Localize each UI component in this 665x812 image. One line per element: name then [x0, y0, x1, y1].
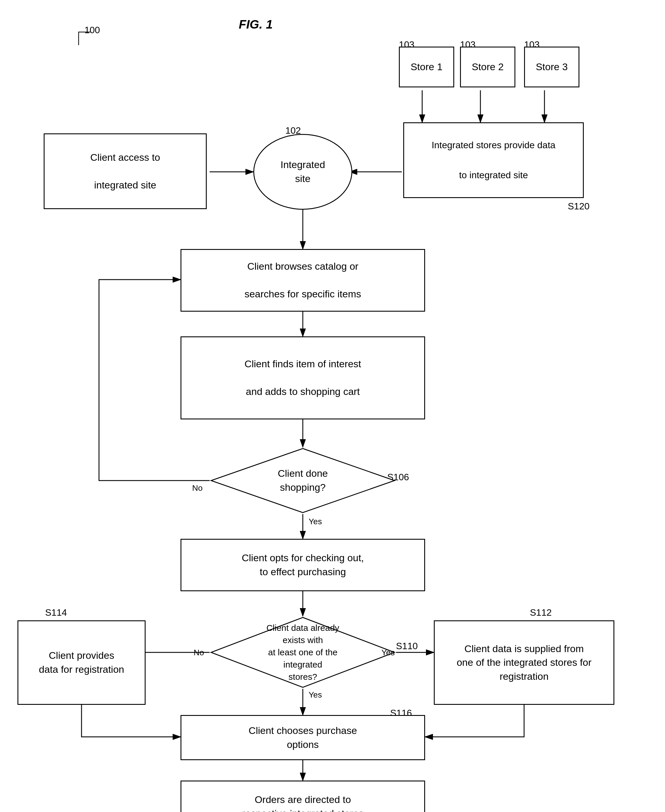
orders-directed-text: Orders are directed torespective integra…	[242, 793, 364, 812]
figure-title: FIG. 1	[239, 18, 273, 31]
browse-box: Client browses catalog orsearches for sp…	[180, 249, 425, 312]
data-exists-diamond: Client data already exists withat least …	[210, 616, 396, 689]
store3-box: Store 3	[524, 47, 580, 87]
stores-provide-text: Integrated stores provide datato integra…	[431, 138, 555, 183]
client-access-text: Client access tointegrated site	[90, 151, 160, 192]
svg-marker-15	[211, 448, 395, 513]
orders-directed-box: Orders are directed torespective integra…	[180, 781, 425, 812]
provides-data-text: Client providesdata for registration	[39, 649, 124, 676]
find-item-text: Client finds item of interestand adds to…	[244, 357, 361, 399]
stores-provide-box: Integrated stores provide datato integra…	[403, 122, 584, 198]
client-access-box: Client access tointegrated site	[44, 133, 207, 209]
browse-text: Client browses catalog orsearches for sp…	[244, 259, 361, 301]
no-label: No	[192, 484, 203, 493]
choose-options-box: Client chooses purchaseoptions	[180, 715, 425, 760]
checkout-box: Client opts for checking out,to effect p…	[180, 539, 425, 591]
choose-options-text: Client chooses purchaseoptions	[249, 724, 357, 751]
find-item-box: Client finds item of interestand adds to…	[180, 336, 425, 419]
supplied-data-box: Client data is supplied fromone of the i…	[434, 620, 614, 705]
integrated-site-text: Integratedsite	[280, 158, 325, 185]
ref-100: 100	[84, 25, 100, 36]
label-s114: S114	[45, 607, 67, 618]
checkout-text: Client opts for checking out,to effect p…	[242, 551, 364, 579]
yes-label: Yes	[309, 517, 322, 526]
label-s120: S120	[568, 201, 590, 212]
svg-marker-16	[211, 617, 395, 687]
label-s110: S110	[396, 641, 418, 651]
provides-data-box: Client providesdata for registration	[18, 620, 146, 705]
done-shopping-diamond: Client done shopping?	[210, 447, 396, 514]
diagram-container: FIG. 1 100 102 103 103 103 S100 S102 S10…	[0, 0, 665, 812]
store2-box: Store 2	[460, 47, 515, 87]
integrated-site-circle: Integratedsite	[253, 134, 352, 210]
no-label-2: No	[193, 648, 204, 657]
store1-box: Store 1	[399, 47, 454, 87]
yes-label-2: Yes	[382, 648, 395, 657]
supplied-data-text: Client data is supplied fromone of the i…	[457, 642, 591, 684]
label-s112: S112	[530, 607, 552, 618]
yes-down-label: Yes	[309, 690, 322, 700]
